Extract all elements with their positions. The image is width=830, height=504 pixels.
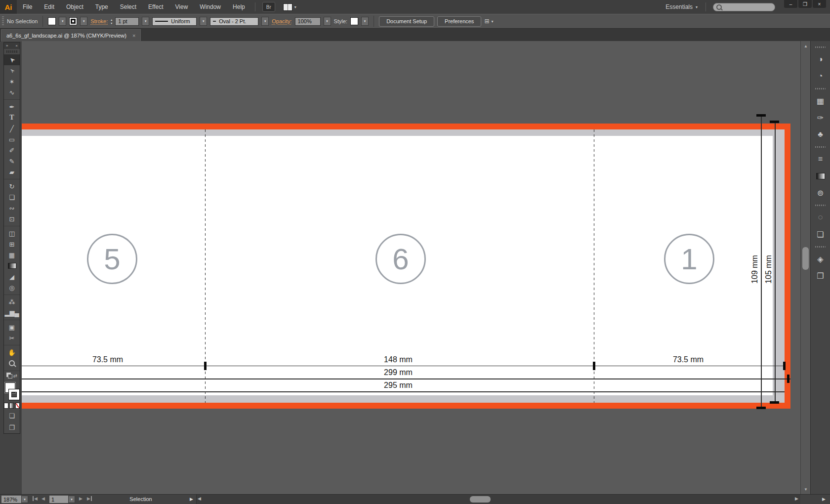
preferences-button[interactable]: Preferences [437,16,481,27]
drawing-mode-button[interactable]: ❏ [4,410,20,421]
tab-close-icon[interactable]: × [132,33,135,39]
panel-button-gradient[interactable] [811,168,830,184]
panel-button-symbols[interactable]: ♣ [811,126,830,143]
document-tab[interactable]: a6_6s_gf_landscape.ai @ 187% (CMYK/Previ… [1,29,141,42]
stroke-panel-link[interactable]: Stroke: [90,18,108,24]
panel-button-color[interactable]: ◑ [811,51,830,68]
tool-column-graph[interactable]: ▂▆▄ [4,307,20,318]
menu-file[interactable]: File [17,0,38,14]
menu-select[interactable]: Select [114,0,142,14]
panel-grip-handle[interactable] [2,16,4,26]
close-panel-icon[interactable]: × [15,43,18,48]
tool-line-segment[interactable]: ╱ [4,123,20,134]
fill-color-dropdown[interactable]: ▾ [59,17,66,26]
first-artboard-icon[interactable]: ◀ [33,496,38,501]
opacity-panel-link[interactable]: Opacity: [272,18,291,24]
panel-grip-handle[interactable] [6,50,17,53]
artboard-dropdown[interactable]: ▾ [68,496,75,503]
tool-mesh[interactable]: ▦ [4,250,20,260]
scroll-down-icon[interactable]: ▼ [801,486,811,493]
tool-free-transform[interactable]: ⊡ [4,213,20,224]
tool-rotate[interactable]: ↻ [4,179,20,192]
canvas[interactable]: 5 6 1 73.5 mm [22,41,800,494]
vertical-scroll-thumb[interactable] [802,247,809,270]
tool-eyedropper[interactable]: ◢ [4,271,20,282]
document-setup-button[interactable]: Document Setup [379,16,434,27]
scroll-up-icon[interactable]: ▲ [801,42,811,49]
tool-pencil[interactable]: ✎ [4,156,20,167]
bridge-button[interactable]: Br [262,2,275,12]
tool-symbol-sprayer[interactable]: ⁂ [4,294,20,307]
width-profile-dropdown[interactable]: ▾ [200,17,207,26]
style-dropdown[interactable]: ▾ [361,17,369,26]
collapse-panel-icon[interactable]: » [6,43,8,48]
panel-button-brushes[interactable]: ✑ [811,109,830,126]
tool-hand[interactable]: ✋ [4,345,20,358]
tool-magic-wand[interactable]: ✶ [4,76,20,87]
tool-selection[interactable]: ➤ [4,54,20,65]
tool-artboard[interactable]: ▣ [4,320,20,333]
vertical-scrollbar[interactable]: ▲ ▼ [800,41,810,494]
tool-gradient[interactable] [4,260,20,271]
stroke-weight-field[interactable]: 1 pt [115,17,139,26]
style-swatch[interactable] [350,17,358,25]
tool-paintbrush[interactable]: ✐ [4,145,20,156]
minimize-button[interactable]: – [784,0,797,8]
swap-fill-stroke-icon[interactable]: ⇄ [13,373,17,378]
scroll-right-icon[interactable]: ▶ [795,496,798,501]
tool-scale[interactable]: ❏ [4,192,20,203]
menu-help[interactable]: Help [227,0,251,14]
artboard-number-field[interactable]: 1 [49,496,68,503]
screen-mode-button[interactable]: ❐ [4,421,20,433]
tool-pen[interactable]: ✒ [4,99,20,112]
tool-perspective-grid[interactable]: ⊞ [4,239,20,250]
panel-button-layers[interactable]: ◈ [811,251,830,267]
close-button[interactable]: × [813,0,826,8]
panel-button-color-guide[interactable]: ◔ [811,68,830,84]
tool-width[interactable]: ∾ [4,203,20,213]
status-menu-icon[interactable]: ▶ [190,497,193,502]
none-mode-button[interactable] [15,403,20,409]
tool-type[interactable]: T [4,112,20,123]
tool-eraser[interactable]: ▰ [4,167,20,177]
zoom-level-dropdown[interactable]: ▾ [21,496,28,503]
stroke-weight-dropdown[interactable]: ▾ [142,17,149,26]
gradient-mode-button[interactable] [9,403,14,409]
stroke-weight-stepper[interactable]: ▴ ▾ [111,18,112,25]
tool-lasso[interactable]: ∿ [4,87,20,98]
expand-icon[interactable]: ▶ [822,497,826,502]
panel-button-appearance[interactable]: ◌ [811,209,830,226]
menu-effect[interactable]: Effect [142,0,169,14]
stroke-color-dropdown[interactable]: ▾ [80,17,87,26]
panel-button-transparency[interactable]: ⊚ [811,184,830,201]
menu-edit[interactable]: Edit [38,0,60,14]
last-artboard-icon[interactable]: ▶ [87,496,92,501]
restore-button[interactable]: ❐ [798,0,812,8]
stroke-swatch[interactable] [9,389,19,400]
brush-dropdown[interactable]: ▾ [261,17,269,26]
tool-rectangle[interactable]: ▭ [4,134,20,145]
tool-blend[interactable]: ◎ [4,282,20,293]
scroll-left-icon[interactable]: ◀ [198,496,201,501]
fill-color-swatch[interactable] [48,17,56,25]
horizontal-scrollbar[interactable]: ◀ ▶ [196,495,800,504]
brush-select[interactable]: Oval - 2 Pt. [210,17,258,26]
menu-type[interactable]: Type [89,0,114,14]
color-mode-button[interactable] [4,403,8,409]
next-artboard-icon[interactable]: ▶ [79,496,83,501]
arrange-documents-button[interactable]: ▾ [283,3,296,11]
tool-shape-builder[interactable]: ◫ [4,226,20,239]
horizontal-scroll-thumb[interactable] [470,496,491,503]
menu-object[interactable]: Object [60,0,89,14]
panel-button-swatches[interactable]: ▦ [811,92,830,109]
menu-view[interactable]: View [169,0,194,14]
search-input[interactable] [713,3,775,11]
opacity-field[interactable]: 100% [295,17,321,26]
stroke-color-swatch[interactable] [69,17,77,25]
width-profile-select[interactable]: Uniform [152,17,197,26]
tool-slice[interactable]: ✂ [4,333,20,343]
panel-button-graphic-styles[interactable]: ❏ [811,226,830,243]
tool-zoom[interactable] [4,358,20,369]
menu-window[interactable]: Window [194,0,227,14]
opacity-dropdown[interactable]: ▾ [324,17,331,26]
